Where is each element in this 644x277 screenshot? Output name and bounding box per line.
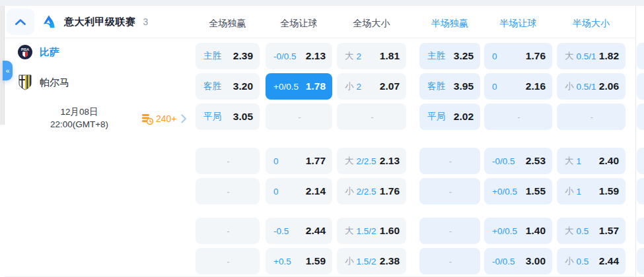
odds-value: 3.20 (233, 80, 253, 92)
odds-cell[interactable]: 大2/2.52.13 (337, 148, 406, 174)
odds-cell[interactable]: 大21.81 (337, 43, 406, 69)
odds-label: 客胜 (427, 80, 445, 92)
odds-cell[interactable]: 大0.5/11.82 (557, 43, 626, 69)
league-header: 意大利甲级联赛 3 (7, 9, 148, 35)
odds-label: 0 (273, 156, 279, 166)
odds-cell[interactable]: 小2/2.51.76 (337, 178, 406, 204)
odds-cell[interactable]: 02.14 (266, 178, 332, 204)
overunder-line: 2 (357, 82, 362, 92)
odds-value: 2.14 (306, 185, 326, 197)
odds-value: 3.25 (454, 50, 474, 62)
collapse-sidebar-tab[interactable]: « (3, 61, 13, 80)
odds-cell[interactable]: -0/0.53.00 (484, 248, 552, 274)
overunder-side-label: 小 (565, 255, 574, 267)
odds-cell[interactable]: -0/0.52.53 (484, 148, 552, 174)
overunder-side-label: 小 (565, 80, 574, 92)
odds-cell[interactable]: 主胜3.25 (419, 43, 480, 69)
odds-cell[interactable]: 大0.51.57 (557, 218, 626, 244)
odds-label: 0 (492, 82, 497, 92)
odds-cell-empty: - (196, 248, 260, 274)
collapse-league-button[interactable] (7, 9, 34, 35)
page-top-strip (0, 0, 644, 6)
markets-coins-icon (141, 113, 153, 125)
odds-cell[interactable]: +0.51.59 (266, 248, 332, 274)
overunder-line: 2 (357, 51, 362, 61)
overunder-side-label: 大 (345, 225, 354, 237)
serie-a-logo-icon (42, 15, 56, 29)
odds-value: 2.02 (454, 111, 474, 123)
odds-label: 0 (273, 187, 279, 197)
odds-label: 主胜 (203, 50, 221, 62)
odds-label: +0/0.5 (492, 187, 517, 197)
odds-cell[interactable]: 客胜3.95 (419, 73, 480, 100)
odds-cell-partial (637, 43, 644, 69)
home-team-row[interactable]: PISA 比萨 (18, 44, 59, 61)
odds-cell[interactable]: 01.76 (484, 43, 552, 69)
odds-label: 平局 (427, 111, 445, 123)
odds-cell[interactable]: 大1.5/21.60 (337, 218, 406, 244)
odds-cell-empty: - (484, 104, 552, 130)
match-time: 22:00(GMT+8) (26, 118, 132, 131)
overunder-line: 1 (577, 156, 582, 166)
odds-value: 1.76 (526, 50, 546, 62)
more-markets-count: 240+ (156, 113, 177, 124)
odds-cell-partial (637, 218, 644, 244)
odds-cell[interactable]: +0/0.51.78 (266, 73, 332, 100)
odds-label: 主胜 (427, 50, 445, 62)
odds-cell[interactable]: 小0.5/12.06 (557, 73, 626, 100)
league-name: 意大利甲级联赛 (64, 16, 136, 28)
odds-value: 1.40 (526, 225, 546, 237)
odds-value: 2.16 (526, 80, 546, 92)
overunder-line: 2/2.5 (357, 187, 376, 197)
overunder-line: 2/2.5 (357, 156, 376, 166)
odds-label: 平局 (203, 111, 221, 123)
odds-cell-empty: - (196, 148, 260, 174)
odds-cell[interactable]: +0/0.51.40 (484, 218, 552, 244)
odds-cell-empty: - (196, 218, 260, 244)
overunder-side-label: 大 (565, 155, 574, 167)
odds-cell[interactable]: 小11.59 (557, 178, 626, 204)
odds-cell[interactable]: 小1.5/22.38 (337, 248, 406, 274)
odds-cell[interactable]: 小0.52.44 (557, 248, 626, 274)
odds-value: 3.05 (233, 111, 253, 123)
odds-cell[interactable]: 客胜3.20 (196, 73, 260, 100)
odds-cell[interactable]: 主胜2.39 (196, 43, 260, 69)
match-count-badge: 3 (143, 16, 149, 27)
home-team-name: 比萨 (40, 46, 59, 59)
odds-cell-empty: - (419, 178, 480, 204)
overunder-line: 1.5/2 (357, 226, 376, 236)
overunder-line: 0.5/1 (577, 82, 596, 92)
overunder-side-label: 大 (345, 155, 354, 167)
overunder-side-label: 小 (345, 185, 354, 197)
odds-cell[interactable]: 平局3.05 (196, 104, 260, 130)
odds-cell[interactable]: 小22.07 (337, 73, 406, 100)
odds-label: -0/0.5 (273, 51, 297, 61)
odds-cell[interactable]: -0/0.52.13 (266, 43, 332, 69)
odds-value: 1.76 (380, 185, 400, 197)
odds-cell-empty: - (419, 218, 480, 244)
odds-cell-empty: - (557, 104, 626, 130)
odds-cell[interactable]: 大12.40 (557, 148, 626, 174)
column-header-halftime-handicap: 半场让球 (484, 18, 552, 30)
odds-cell-partial (637, 73, 644, 100)
odds-cell[interactable]: 平局2.02 (419, 104, 480, 130)
overunder-side-label: 小 (345, 255, 354, 267)
odds-value: 1.59 (599, 185, 619, 197)
odds-cell[interactable]: +0/0.51.55 (484, 178, 552, 204)
more-markets-link[interactable]: 240+ (141, 113, 187, 125)
odds-cell-empty: - (419, 248, 480, 274)
odds-label: 0 (492, 51, 497, 61)
odds-label: -0.5 (273, 226, 289, 236)
odds-cell-empty: - (196, 178, 260, 204)
match-date: 12月08日 (26, 106, 132, 118)
overunder-side-label: 小 (565, 185, 574, 197)
away-team-row[interactable]: 帕尔马 (18, 74, 69, 91)
odds-cell[interactable]: 01.77 (266, 148, 332, 174)
overunder-line: 1.5/2 (357, 257, 376, 266)
overunder-side-label: 大 (565, 50, 574, 62)
odds-value: 3.95 (454, 80, 474, 92)
odds-cell[interactable]: -0.52.44 (266, 218, 332, 244)
odds-cell[interactable]: 02.16 (484, 73, 552, 100)
odds-value: 2.38 (380, 255, 400, 267)
odds-value: 1.60 (380, 225, 400, 237)
